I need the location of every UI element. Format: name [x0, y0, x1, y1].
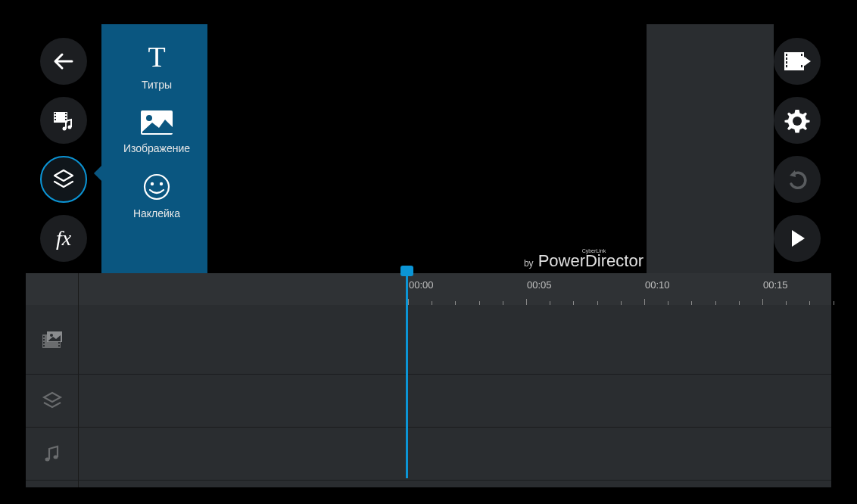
- svg-rect-3: [55, 119, 56, 120]
- secondary-panel: [647, 24, 774, 273]
- playhead[interactable]: [406, 273, 408, 478]
- play-icon: [787, 228, 808, 249]
- right-toolbar: [759, 24, 835, 273]
- track-headers: [26, 305, 79, 487]
- timeline-ruler[interactable]: 00:00 00:05 00:10 00:15: [26, 273, 831, 305]
- time-label: 00:05: [527, 279, 552, 291]
- svg-rect-25: [43, 339, 45, 341]
- text-icon: T: [141, 41, 173, 73]
- svg-point-8: [68, 126, 72, 129]
- export-icon: [782, 50, 812, 73]
- svg-rect-26: [43, 342, 45, 344]
- track-header-video[interactable]: [26, 305, 79, 375]
- left-toolbar: fx: [26, 24, 101, 273]
- svg-text:T: T: [148, 41, 165, 73]
- play-button[interactable]: [774, 215, 821, 262]
- track-header-overlay[interactable]: [26, 375, 79, 428]
- submenu-item-sticker[interactable]: Наклейка: [133, 173, 180, 219]
- svg-point-7: [63, 127, 67, 131]
- ruler-tick: [644, 299, 645, 305]
- svg-rect-19: [786, 65, 787, 67]
- svg-rect-21: [801, 65, 802, 67]
- svg-point-12: [145, 175, 169, 199]
- svg-rect-1: [55, 113, 56, 114]
- svg-rect-20: [801, 54, 802, 56]
- sticker-icon: [142, 173, 171, 201]
- timeline[interactable]: 00:00 00:05 00:10 00:15: [26, 273, 831, 487]
- svg-rect-24: [43, 336, 45, 338]
- overlay-track-icon: [41, 390, 64, 412]
- svg-point-33: [50, 334, 53, 337]
- layers-icon: [50, 166, 77, 193]
- track-row-video[interactable]: [79, 305, 831, 375]
- svg-rect-17: [786, 58, 787, 60]
- svg-rect-27: [43, 345, 45, 347]
- fx-icon: fx: [56, 226, 71, 250]
- submenu-label: Титры: [142, 79, 172, 91]
- svg-point-35: [54, 455, 58, 459]
- image-icon: [139, 109, 174, 136]
- ruler-tick: [526, 299, 527, 305]
- submenu-item-titles[interactable]: T Титры: [141, 41, 173, 91]
- back-button[interactable]: [40, 38, 87, 85]
- track-row-audio[interactable]: [79, 428, 831, 481]
- svg-rect-2: [55, 116, 56, 117]
- back-arrow-icon: [51, 48, 76, 74]
- track-row-overlay[interactable]: [79, 375, 831, 428]
- svg-point-13: [151, 182, 154, 185]
- settings-button[interactable]: [774, 97, 821, 144]
- track-header-audio[interactable]: [26, 428, 79, 481]
- ruler-tick: [762, 299, 763, 305]
- video-track-icon: [41, 330, 64, 350]
- audio-track-icon: [42, 444, 62, 464]
- svg-rect-30: [58, 342, 60, 344]
- time-label: 00:10: [645, 279, 670, 291]
- playhead-handle-icon: [400, 266, 413, 276]
- layers-button[interactable]: [40, 156, 87, 203]
- ruler-tick: [408, 299, 409, 305]
- svg-rect-31: [58, 345, 60, 347]
- submenu-label: Наклейка: [133, 207, 180, 219]
- ruler-spacer: [26, 273, 79, 305]
- media-icon: [51, 107, 76, 133]
- undo-icon: [785, 167, 809, 191]
- submenu-label: Изображение: [123, 142, 190, 154]
- media-button[interactable]: [40, 97, 87, 144]
- svg-point-22: [793, 117, 802, 126]
- time-label: 00:00: [409, 279, 434, 291]
- svg-rect-18: [786, 61, 787, 64]
- svg-point-34: [45, 457, 50, 461]
- svg-rect-5: [65, 116, 67, 117]
- svg-rect-6: [65, 119, 67, 120]
- svg-point-11: [146, 115, 152, 121]
- time-label: 00:15: [763, 279, 788, 291]
- watermark-by: by: [524, 258, 534, 269]
- svg-rect-16: [786, 54, 787, 56]
- layers-submenu: T Титры Изображение Наклей: [101, 24, 212, 273]
- svg-point-14: [160, 182, 163, 185]
- svg-rect-4: [65, 113, 67, 114]
- ruler-tick: [834, 301, 834, 305]
- export-button[interactable]: [774, 38, 821, 85]
- undo-button[interactable]: [774, 156, 821, 203]
- watermark-brand: CyberLink PowerDirector: [538, 251, 644, 271]
- preview-panel: by CyberLink PowerDirector: [207, 24, 654, 273]
- watermark-cyberlink: CyberLink: [582, 248, 606, 254]
- submenu-pointer-icon: [94, 164, 103, 182]
- fx-button[interactable]: fx: [40, 215, 87, 262]
- submenu-item-image[interactable]: Изображение: [123, 109, 190, 154]
- gear-icon: [784, 107, 811, 134]
- watermark: by CyberLink PowerDirector: [524, 251, 644, 271]
